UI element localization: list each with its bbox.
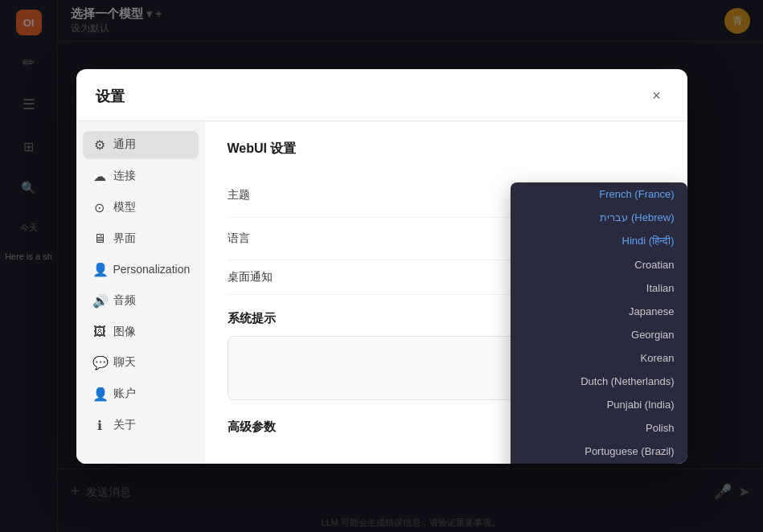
dropdown-item-polish[interactable]: Polish xyxy=(511,416,687,440)
nav-icon-interface: 🖥 xyxy=(92,231,107,246)
modal-nav: ⚙通用☁连接⊙模型🖥界面👤Personalization🔊音频🖼图像💬聊天👤账户… xyxy=(76,121,205,464)
nav-item-connection[interactable]: ☁连接 xyxy=(83,162,199,190)
theme-label: 主题 xyxy=(228,188,250,203)
nav-icon-about: ℹ xyxy=(92,418,107,433)
nav-label-audio: 音频 xyxy=(113,293,136,308)
nav-label-chat: 聊天 xyxy=(113,355,136,370)
nav-item-about[interactable]: ℹ关于 xyxy=(83,411,199,440)
nav-label-personalization: Personalization xyxy=(113,263,191,276)
nav-icon-personalization: 👤 xyxy=(92,262,107,277)
nav-item-audio[interactable]: 🔊音频 xyxy=(83,287,199,315)
nav-item-general[interactable]: ⚙通用 xyxy=(83,131,199,159)
modal-title: 设置 xyxy=(96,87,125,106)
dropdown-item-hebrew[interactable]: עברית (Hebrew) xyxy=(511,206,687,229)
modal-header: 设置 × xyxy=(76,69,687,121)
nav-icon-account: 👤 xyxy=(92,387,107,402)
nav-icon-connection: ☁ xyxy=(92,169,107,184)
nav-item-interface[interactable]: 🖥界面 xyxy=(83,225,199,252)
dropdown-item-italian[interactable]: Italian xyxy=(511,276,687,300)
language-dropdown: French (France)עברית (Hebrew)Hindi (हिन्… xyxy=(511,182,687,464)
nav-label-images: 图像 xyxy=(113,325,136,339)
nav-item-chat[interactable]: 💬聊天 xyxy=(83,349,199,377)
dropdown-item-portuguese-brazil[interactable]: Portuguese (Brazil) xyxy=(511,440,687,463)
dropdown-item-portuguese-portugal[interactable]: Portuguese (Portugal) xyxy=(511,463,687,464)
nav-label-interface: 界面 xyxy=(113,231,136,246)
dropdown-item-korean[interactable]: Korean xyxy=(511,346,687,370)
nav-icon-images: 🖼 xyxy=(92,325,107,339)
settings-modal: 设置 × ⚙通用☁连接⊙模型🖥界面👤Personalization🔊音频🖼图像💬… xyxy=(76,69,687,464)
nav-item-personalization[interactable]: 👤Personalization xyxy=(83,256,199,284)
nav-label-general: 通用 xyxy=(113,137,136,152)
nav-icon-general: ⚙ xyxy=(92,137,107,153)
nav-item-images[interactable]: 🖼图像 xyxy=(83,318,199,346)
dropdown-item-croatian[interactable]: Croatian xyxy=(511,253,687,276)
nav-label-models: 模型 xyxy=(113,200,136,215)
modal-overlay: 设置 × ⚙通用☁连接⊙模型🖥界面👤Personalization🔊音频🖼图像💬… xyxy=(0,0,763,532)
close-button[interactable]: × xyxy=(646,85,668,108)
dropdown-item-dutch[interactable]: Dutch (Netherlands) xyxy=(511,370,687,393)
nav-label-about: 关于 xyxy=(113,418,136,432)
modal-body: ⚙通用☁连接⊙模型🖥界面👤Personalization🔊音频🖼图像💬聊天👤账户… xyxy=(76,121,687,464)
dropdown-item-punjabi[interactable]: Punjabi (India) xyxy=(511,393,687,416)
nav-icon-audio: 🔊 xyxy=(92,293,107,309)
dropdown-item-french[interactable]: French (France) xyxy=(511,182,687,206)
desktop-notify-label: 桌面通知 xyxy=(228,270,273,284)
section-title: WebUI 设置 xyxy=(228,141,665,158)
nav-item-models[interactable]: ⊙模型 xyxy=(83,194,199,222)
dropdown-item-hindi[interactable]: Hindi (हिन्दी) xyxy=(511,229,687,253)
dropdown-item-japanese[interactable]: Japanese xyxy=(511,300,687,323)
nav-icon-models: ⊙ xyxy=(92,200,107,215)
dropdown-item-georgian[interactable]: Georgian xyxy=(511,323,687,346)
language-label: 语言 xyxy=(228,231,250,246)
modal-main: WebUI 设置 主题 ⚙ 系统 ∨ 语言 Chinese (Simplifie… xyxy=(205,121,687,464)
nav-item-account[interactable]: 👤账户 xyxy=(83,380,199,408)
nav-icon-chat: 💬 xyxy=(92,355,107,370)
nav-label-account: 账户 xyxy=(113,387,136,401)
nav-label-connection: 连接 xyxy=(113,169,136,183)
